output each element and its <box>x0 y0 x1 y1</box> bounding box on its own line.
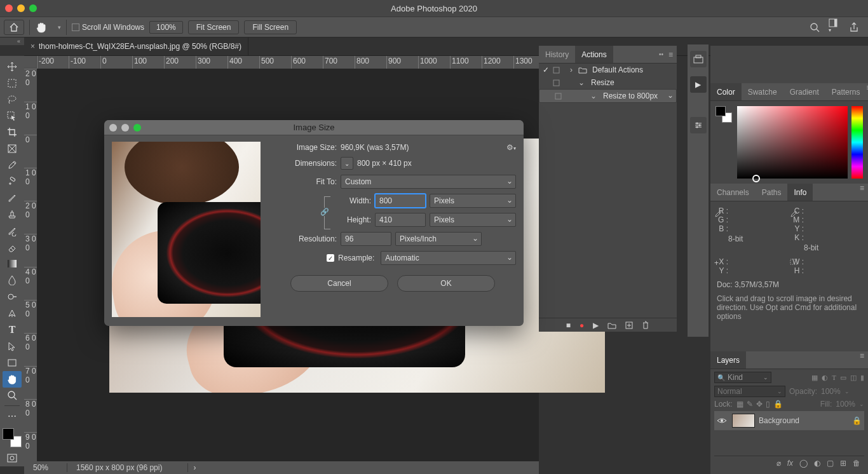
fill-value[interactable]: 100% <box>836 400 855 409</box>
eyedropper-tool[interactable] <box>3 157 22 173</box>
filter-smart-icon[interactable]: ◫ <box>850 374 857 382</box>
blend-mode-select[interactable]: Normal⌄ <box>714 386 785 397</box>
disclosure-icon[interactable]: ⌄ <box>577 78 586 87</box>
tab-info[interactable]: Info <box>787 184 813 201</box>
maximize-window-icon[interactable] <box>29 4 37 12</box>
dock-panel-icon[interactable] <box>690 51 707 67</box>
healing-brush-tool[interactable] <box>3 173 22 190</box>
layer-filter-kind[interactable]: 🔍Kind⌄ <box>714 372 771 383</box>
marquee-tool[interactable] <box>3 75 22 91</box>
type-tool[interactable]: T <box>3 322 22 338</box>
dialog-titlebar[interactable]: Image Size <box>104 120 524 135</box>
panel-collapse-icon[interactable]: •• <box>659 51 663 58</box>
disclosure-icon[interactable]: ⌄ <box>589 91 598 100</box>
share-icon[interactable] <box>849 22 859 32</box>
lock-artboard-icon[interactable]: ▯ <box>766 400 770 409</box>
dialog-close-icon[interactable] <box>109 124 117 132</box>
action-dialog-toggle[interactable] <box>553 79 562 86</box>
move-tool[interactable] <box>3 58 22 75</box>
height-unit-select[interactable]: Pixels <box>430 213 516 227</box>
blur-tool[interactable] <box>3 272 22 288</box>
object-selection-tool[interactable] <box>3 108 22 125</box>
frame-tool[interactable] <box>3 140 22 157</box>
foreground-color-swatch[interactable] <box>3 428 14 440</box>
ruler-origin[interactable] <box>24 56 37 69</box>
fit-screen-button[interactable]: Fit Screen <box>188 20 240 34</box>
scroll-all-windows-checkbox[interactable]: Scroll All Windows <box>72 23 144 32</box>
rectangle-tool[interactable] <box>3 355 22 371</box>
dropdown-caret-icon[interactable]: ▾ <box>58 24 61 30</box>
lock-all-icon[interactable]: 🔒 <box>773 400 783 409</box>
dialog-zoom-icon[interactable] <box>133 124 141 132</box>
foreground-background-swatch[interactable] <box>3 428 22 447</box>
opacity-value[interactable]: 100% <box>821 387 841 396</box>
color-field[interactable] <box>737 106 848 179</box>
minimize-window-icon[interactable] <box>17 4 25 12</box>
resample-checkbox[interactable]: ✓ <box>327 254 334 262</box>
tab-history[interactable]: History <box>539 46 575 63</box>
quick-mask-toggle[interactable] <box>3 450 22 466</box>
disclosure-icon[interactable]: › <box>567 65 576 74</box>
adjustment-layer-icon[interactable]: ◐ <box>814 459 820 468</box>
zoom-tool[interactable] <box>3 388 22 404</box>
layer-name[interactable]: Background <box>759 416 799 425</box>
filter-pixel-icon[interactable]: ▦ <box>811 374 818 382</box>
action-toggle-checkbox[interactable]: ✓ <box>541 65 550 74</box>
action-item[interactable]: ⌄Resize to 800px <box>539 89 677 103</box>
layer-thumbnail[interactable] <box>732 414 755 428</box>
fit-to-select[interactable]: Custom <box>341 175 516 189</box>
status-dimensions[interactable]: 1560 px x 800 px (96 ppi) <box>67 463 188 472</box>
record-icon[interactable]: ● <box>580 321 584 330</box>
filter-toggle-icon[interactable]: ▮ <box>860 374 864 382</box>
tab-color[interactable]: Color <box>710 83 742 100</box>
tab-gradients[interactable]: Gradient <box>783 83 825 100</box>
status-menu-icon[interactable]: › <box>188 463 201 472</box>
path-selection-tool[interactable] <box>3 338 22 355</box>
trash-icon[interactable] <box>642 321 649 330</box>
action-item[interactable]: ✓›Default Actions <box>539 64 677 76</box>
workspace-switcher-icon[interactable]: ▾ <box>829 18 840 36</box>
hue-slider[interactable] <box>851 106 863 179</box>
eraser-tool[interactable] <box>3 240 22 256</box>
panel-menu-icon[interactable]: ≡ <box>668 50 673 59</box>
new-layer-icon[interactable]: ⊞ <box>840 459 846 468</box>
action-dialog-toggle[interactable] <box>555 93 564 100</box>
tab-actions[interactable]: Actions <box>575 46 613 63</box>
layer-row[interactable]: Background 🔒 <box>714 411 864 430</box>
search-icon[interactable] <box>810 22 820 32</box>
lock-pixels-icon[interactable]: ▦ <box>736 400 743 409</box>
clone-stamp-tool[interactable] <box>3 207 22 223</box>
dimensions-unit-toggle[interactable]: ⌄ <box>341 157 353 170</box>
dock-play-icon[interactable]: ▶ <box>690 76 707 93</box>
close-window-icon[interactable] <box>5 4 13 12</box>
resolution-input[interactable] <box>341 232 391 246</box>
close-tab-icon[interactable]: × <box>31 42 35 51</box>
visibility-toggle-icon[interactable] <box>717 417 728 424</box>
document-tab[interactable]: × thom-holmes-Ct_WqIX28EA-unsplash.jpg @… <box>24 37 248 55</box>
cancel-button[interactable]: Cancel <box>290 275 388 292</box>
dodge-tool[interactable] <box>3 288 22 305</box>
filter-type-icon[interactable]: T <box>832 374 836 382</box>
stop-icon[interactable]: ■ <box>566 321 571 330</box>
color-swatch-pair[interactable] <box>715 106 733 179</box>
ok-button[interactable]: OK <box>397 275 495 292</box>
gradient-tool[interactable] <box>3 256 22 273</box>
toolbar-collapse-toggle[interactable]: « <box>0 37 24 45</box>
group-icon[interactable]: ▢ <box>827 459 834 468</box>
lock-brush-icon[interactable]: ✎ <box>747 400 753 409</box>
play-icon[interactable]: ▶ <box>593 321 599 330</box>
fill-screen-button[interactable]: Fill Screen <box>244 20 297 34</box>
filter-shape-icon[interactable]: ▭ <box>840 374 846 382</box>
resample-method-select[interactable]: Automatic <box>381 251 516 265</box>
action-dialog-toggle[interactable] <box>553 67 562 74</box>
link-layers-icon[interactable]: ⌀ <box>776 459 781 468</box>
history-brush-tool[interactable] <box>3 223 22 240</box>
tab-paths[interactable]: Paths <box>756 184 788 201</box>
tab-patterns[interactable]: Patterns <box>825 83 867 100</box>
delete-layer-icon[interactable]: 🗑 <box>853 459 860 468</box>
gear-icon[interactable]: ⚙▾ <box>506 143 516 152</box>
new-action-icon[interactable] <box>625 322 633 329</box>
tab-channels[interactable]: Channels <box>710 184 756 201</box>
panel-menu-icon[interactable]: ≡ <box>860 351 868 369</box>
resolution-unit-select[interactable]: Pixels/Inch <box>395 232 482 246</box>
